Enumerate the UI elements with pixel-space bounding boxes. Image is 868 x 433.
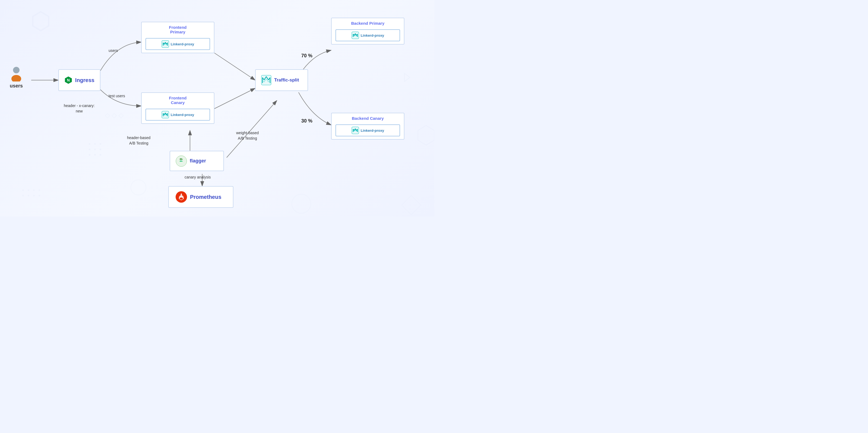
svg-point-4 [100, 143, 101, 145]
traffic-split-label: Traffic-split [274, 78, 299, 83]
prometheus-label: Prometheus [190, 194, 221, 200]
backend-canary-title: Backend Canary [352, 116, 384, 121]
svg-line-31 [214, 88, 255, 109]
traffic-split-box: Traffic-split [255, 69, 308, 91]
prometheus-box: Prometheus [168, 186, 234, 208]
frontend-canary-proxy-box: Linkerd-proxy [146, 109, 210, 121]
header-note-label: header - x-canary: new [64, 103, 95, 114]
svg-point-23 [22, 195, 24, 196]
pct-70-label: 70 % [301, 53, 312, 59]
frontend-canary-proxy-label: Linkerd-proxy [171, 113, 194, 117]
flagger-icon [176, 155, 187, 167]
svg-point-19 [22, 189, 24, 191]
svg-point-45 [180, 198, 183, 200]
weight-based-label: weight-basedA/B Testing [236, 131, 259, 141]
svg-line-32 [227, 100, 277, 157]
linkerd-icon-bp [351, 31, 359, 39]
header-based-label: header-basedA/B Testing [127, 135, 150, 146]
diagram-container: users N Ingress users test users header … [0, 0, 434, 216]
users-arrow-label: users [108, 48, 118, 53]
svg-point-20 [28, 189, 29, 191]
users-label: users [10, 83, 23, 89]
svg-point-9 [94, 154, 96, 156]
backend-primary-proxy-box: Linkerd-proxy [336, 29, 400, 41]
svg-point-5 [89, 149, 90, 150]
test-users-arrow-label: test users [108, 94, 125, 98]
nginx-icon: N [64, 75, 72, 86]
svg-marker-17 [404, 73, 410, 82]
svg-point-8 [89, 154, 90, 156]
traffic-split-icon [261, 75, 272, 85]
svg-point-7 [100, 149, 101, 150]
svg-rect-18 [402, 196, 421, 215]
svg-rect-12 [112, 114, 117, 118]
svg-line-30 [214, 53, 255, 80]
svg-marker-14 [418, 125, 434, 145]
prometheus-icon [175, 191, 187, 203]
backend-canary-proxy-label: Linkerd-proxy [361, 128, 384, 133]
svg-point-22 [38, 189, 40, 191]
flagger-label: flagger [190, 158, 206, 164]
svg-point-24 [28, 195, 29, 196]
backend-primary-container: Backend Primary Linkerd-proxy [331, 18, 404, 45]
backend-canary-proxy-box: Linkerd-proxy [336, 124, 400, 136]
frontend-primary-proxy-box: Linkerd-proxy [146, 38, 210, 50]
backend-primary-title: Backend Primary [351, 21, 384, 26]
user-node: users [8, 65, 24, 89]
ingress-label: Ingress [75, 77, 94, 83]
backend-primary-proxy-label: Linkerd-proxy [361, 33, 384, 37]
ingress-box: N Ingress [58, 69, 100, 91]
svg-point-10 [100, 154, 101, 156]
svg-point-15 [131, 180, 146, 195]
canary-analysis-label: canary analysis [185, 175, 211, 179]
svg-point-34 [13, 67, 20, 73]
pct-30-label: 30 % [301, 118, 312, 124]
svg-rect-11 [105, 114, 110, 118]
svg-point-6 [94, 149, 96, 150]
flagger-box: flagger [169, 151, 224, 171]
frontend-primary-container: FrontendPrimary Linkerd-proxy [141, 22, 214, 53]
svg-marker-1 [33, 12, 48, 30]
svg-rect-13 [119, 114, 124, 118]
svg-point-16 [292, 194, 311, 213]
svg-point-26 [38, 195, 40, 196]
linkerd-icon-fc [161, 111, 169, 118]
frontend-canary-title: FrontendCanary [169, 96, 187, 105]
frontend-primary-proxy-label: Linkerd-proxy [171, 42, 194, 46]
svg-point-25 [33, 195, 35, 196]
svg-marker-0 [33, 11, 49, 31]
svg-point-2 [89, 143, 90, 145]
svg-point-21 [33, 189, 35, 191]
backend-canary-container: Backend Canary Linkerd-proxy [331, 113, 404, 140]
frontend-canary-container: FrontendCanary Linkerd-proxy [141, 92, 214, 124]
user-icon [8, 65, 24, 82]
svg-point-3 [94, 143, 96, 145]
linkerd-icon-fp [161, 40, 169, 48]
linkerd-icon-bc [351, 126, 359, 134]
svg-point-35 [11, 75, 21, 82]
svg-text:N: N [67, 78, 70, 82]
frontend-primary-title: FrontendPrimary [169, 25, 187, 34]
